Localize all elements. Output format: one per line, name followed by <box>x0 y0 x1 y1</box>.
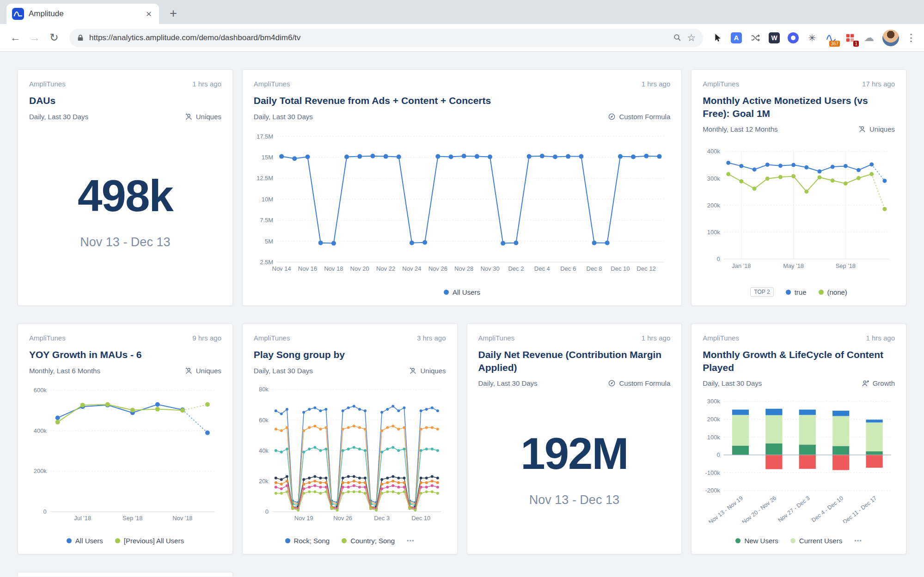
legend-item[interactable]: New Users <box>735 537 778 545</box>
amplitude-extension-icon[interactable]: 367 <box>823 30 839 46</box>
svg-text:Nov 18: Nov 18 <box>324 265 343 272</box>
svg-text:May '18: May '18 <box>783 262 804 269</box>
svg-text:Nov 24: Nov 24 <box>402 265 421 272</box>
metric-label: Uniques <box>196 113 221 121</box>
bookmark-star-icon[interactable]: ☆ <box>687 32 696 43</box>
metric-type[interactable]: Uniques <box>409 367 446 375</box>
metric-type[interactable]: Uniques <box>858 125 895 133</box>
svg-text:Dec 4 - Dec 10: Dec 4 - Dec 10 <box>810 495 844 523</box>
loom-extension-icon[interactable] <box>785 30 801 46</box>
tab-close-icon[interactable]: × <box>144 8 153 19</box>
kpi-date-range: Nov 13 - Dec 13 <box>529 493 619 507</box>
svg-text:-200k: -200k <box>705 487 721 494</box>
svg-text:Nov 19: Nov 19 <box>294 515 313 522</box>
legend-item[interactable]: Country; Song <box>342 537 395 545</box>
songs-line-chart[interactable]: 020k40k60k80kNov 19Nov 26Dec 3Dec 10 <box>254 386 446 523</box>
card-title[interactable]: DAUs <box>29 94 221 107</box>
legend-item[interactable]: (none) <box>819 288 847 296</box>
card-updated: 1 hrs ago <box>866 334 895 342</box>
svg-text:80k: 80k <box>259 386 269 393</box>
svg-text:Jul '18: Jul '18 <box>74 515 91 522</box>
svg-text:Dec 12: Dec 12 <box>636 265 655 272</box>
blue-a-glyph: A <box>731 32 742 43</box>
zoom-icon[interactable] <box>673 33 682 42</box>
growth-bar-chart[interactable]: -200k-100k0100k200k300kNov 13 - Nov 19No… <box>703 399 895 523</box>
legend-item[interactable]: All Users <box>444 288 480 296</box>
metric-type[interactable]: Custom Formula <box>608 113 670 121</box>
shuffle-extension-icon[interactable] <box>747 30 763 46</box>
card-range: Monthly, Last 12 Months <box>703 125 777 133</box>
svg-text:Dec 11 - Dec 17: Dec 11 - Dec 17 <box>842 495 878 523</box>
card-title[interactable]: Monthly Growth & LifeCycle of Content Pl… <box>703 348 895 374</box>
legend-item[interactable]: Current Users <box>790 537 842 545</box>
metric-type[interactable]: Growth <box>862 379 895 387</box>
card-updated: 3 hrs ago <box>417 334 446 342</box>
legend-label: true <box>795 288 807 296</box>
card-range: Daily, Last 30 Days <box>254 367 313 375</box>
tab-title: Amplitude <box>29 9 140 18</box>
monetized-line-chart[interactable]: 0100k200k300k400kJan '18May '18Sep '18 <box>703 148 895 271</box>
card-title[interactable]: Play Song group by <box>254 348 446 361</box>
cloud-extension-icon[interactable]: ☁ <box>861 30 877 46</box>
metric-type[interactable]: Custom Formula <box>608 379 670 387</box>
legend-more-button[interactable]: ••• <box>854 537 862 544</box>
new-tab-button[interactable]: + <box>165 5 182 22</box>
yoy-line-chart[interactable]: 0200k400k600kJul '18Sep '18Nov '18 <box>29 386 221 523</box>
profile-avatar[interactable] <box>882 30 899 46</box>
metric-type[interactable]: Uniques <box>185 113 221 121</box>
w-extension-icon[interactable]: W <box>766 30 782 46</box>
card-title[interactable]: Daily Net Revenue (Contribution Margin A… <box>478 348 671 374</box>
card-updated: 1 hrs ago <box>192 80 221 88</box>
address-bar[interactable]: https://analytics.amplitude.com/demo/das… <box>69 29 703 47</box>
svg-text:Nov 16: Nov 16 <box>298 265 317 272</box>
metric-label: Growth <box>873 379 895 387</box>
chart-legend: All Users[Previous] All Users <box>29 533 221 548</box>
back-button[interactable]: ← <box>6 29 24 47</box>
legend-label: Country; Song <box>350 537 395 545</box>
browser-tab-amplitude[interactable]: Amplitude × <box>6 4 159 24</box>
legend-color-dot <box>285 538 290 543</box>
tab-strip: Amplitude × + <box>0 0 924 24</box>
cursor-extension-icon[interactable] <box>710 30 725 46</box>
svg-text:7.5M: 7.5M <box>260 217 273 224</box>
legend-item[interactable]: true <box>786 288 807 296</box>
blue-a-extension-icon[interactable]: A <box>728 30 744 46</box>
card-range: Daily, Last 30 Days <box>703 379 762 387</box>
revenue-line-chart[interactable]: 2.5M5M7.5M10M12.5M15M17.5MNov 14Nov 16No… <box>254 133 671 274</box>
card-daus: AmpliTunes 1 hrs ago DAUs Daily, Last 30… <box>18 69 233 306</box>
metric-type[interactable]: Uniques <box>185 367 221 375</box>
legend-item[interactable]: Rock; Song <box>285 537 330 545</box>
svg-text:Nov 30: Nov 30 <box>480 265 499 272</box>
card-range: Daily, Last 30 Days <box>29 113 88 121</box>
swirl-extension-icon[interactable]: ✳ <box>804 30 820 46</box>
url-text[interactable]: https://analytics.amplitude.com/demo/das… <box>89 33 668 43</box>
card-range: Daily, Last 30 Days <box>254 113 313 121</box>
svg-text:-100k: -100k <box>705 469 721 476</box>
legend-item[interactable]: All Users <box>67 537 103 545</box>
custom-formula-icon <box>608 379 616 387</box>
svg-text:200k: 200k <box>707 202 721 209</box>
svg-text:0: 0 <box>717 256 720 263</box>
card-title[interactable]: YOY Growth in MAUs - 6 <box>29 348 221 361</box>
svg-text:Sep '18: Sep '18 <box>122 515 142 522</box>
lock-icon[interactable] <box>77 34 84 42</box>
legend-more-button[interactable]: ••• <box>407 537 415 544</box>
chart-legend: Rock; SongCountry; Song••• <box>254 533 446 548</box>
svg-text:Dec 2: Dec 2 <box>508 265 524 272</box>
legend-item[interactable]: [Previous] All Users <box>115 537 184 545</box>
reload-button[interactable]: ↻ <box>45 29 63 47</box>
card-title[interactable]: Daily Total Revenue from Ads + Content +… <box>254 94 671 107</box>
forward-button[interactable]: → <box>26 29 43 47</box>
card-title[interactable]: Monthly Active Monetized Users (vs Free)… <box>703 94 895 120</box>
growth-icon <box>862 379 869 387</box>
loom-circle <box>788 32 799 43</box>
legend-color-dot <box>67 538 72 543</box>
legend-label: [Previous] All Users <box>124 537 184 545</box>
svg-text:Sep '18: Sep '18 <box>836 262 856 269</box>
svg-text:10M: 10M <box>262 195 273 202</box>
card-updated: 9 hrs ago <box>192 334 221 342</box>
grid-extension-icon[interactable]: 1 <box>842 30 858 46</box>
svg-text:200k: 200k <box>707 416 721 423</box>
browser-menu-icon[interactable]: ⋮ <box>905 32 918 44</box>
svg-text:300k: 300k <box>707 399 721 405</box>
